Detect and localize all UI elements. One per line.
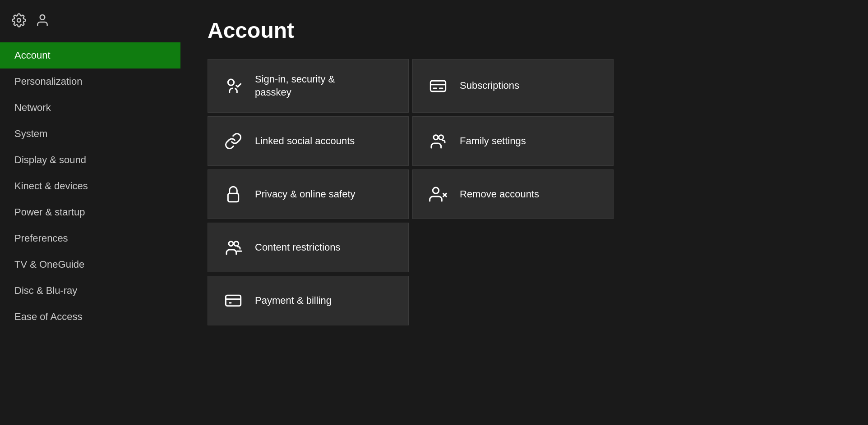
sidebar-item-tv-oneguide[interactable]: TV & OneGuide [0,251,180,278]
sidebar-header [0,0,180,41]
payment-icon [222,290,244,311]
sidebar-item-kinect-devices[interactable]: Kinect & devices [0,173,180,199]
sidebar: Account Personalization Network System D… [0,0,180,425]
sidebar-item-disc-bluray[interactable]: Disc & Blu-ray [0,278,180,304]
card-payment-billing[interactable]: Payment & billing [208,276,409,325]
remove-accounts-icon [427,183,449,205]
svg-point-8 [229,242,233,246]
card-content-restrictions[interactable]: Content restrictions [208,223,409,272]
card-label-linked-social: Linked social accounts [255,135,355,148]
sidebar-item-power-startup[interactable]: Power & startup [0,199,180,225]
card-family-settings[interactable]: Family settings [412,116,614,166]
card-label-remove-accounts: Remove accounts [460,188,539,201]
card-subscriptions[interactable]: Subscriptions [412,59,614,113]
svg-rect-3 [430,81,445,91]
gear-icon[interactable] [11,12,27,28]
settings-grid: Sign-in, security &passkey Subscriptions [208,59,614,325]
sidebar-item-preferences[interactable]: Preferences [0,225,180,251]
family-icon [427,130,449,152]
card-remove-accounts[interactable]: Remove accounts [412,169,614,219]
privacy-icon [222,183,244,205]
svg-point-5 [439,135,443,140]
card-label-subscriptions: Subscriptions [460,79,519,92]
page-title: Account [208,18,841,43]
card-label-privacy-safety: Privacy & online safety [255,188,356,201]
sidebar-item-system[interactable]: System [0,121,180,147]
signin-icon [222,75,244,97]
card-linked-social[interactable]: Linked social accounts [208,116,409,166]
card-label-content-restrictions: Content restrictions [255,241,341,254]
svg-point-0 [17,18,21,22]
profile-icon[interactable] [34,12,51,28]
card-privacy-safety[interactable]: Privacy & online safety [208,169,409,219]
card-sign-in-security[interactable]: Sign-in, security &passkey [208,59,409,113]
main-content: Account Sign-in, security &passkey [180,0,868,425]
sidebar-item-personalization[interactable]: Personalization [0,69,180,95]
svg-point-2 [228,79,234,85]
sidebar-item-account[interactable]: Account [0,42,180,69]
sidebar-item-display-sound[interactable]: Display & sound [0,147,180,173]
svg-rect-6 [228,194,238,202]
sidebar-nav: Account Personalization Network System D… [0,41,180,330]
sidebar-item-network[interactable]: Network [0,95,180,121]
sidebar-item-ease-access[interactable]: Ease of Access [0,304,180,330]
subscriptions-icon [427,75,449,97]
content-restrictions-icon [222,237,244,258]
linked-icon [222,130,244,152]
svg-point-9 [234,242,239,246]
card-label-family-settings: Family settings [460,135,526,148]
card-label-payment-billing: Payment & billing [255,294,332,307]
svg-point-7 [433,187,439,193]
svg-point-4 [434,135,438,140]
card-label-sign-in-security: Sign-in, security &passkey [255,73,335,99]
svg-rect-11 [226,296,240,306]
svg-point-1 [40,15,45,20]
